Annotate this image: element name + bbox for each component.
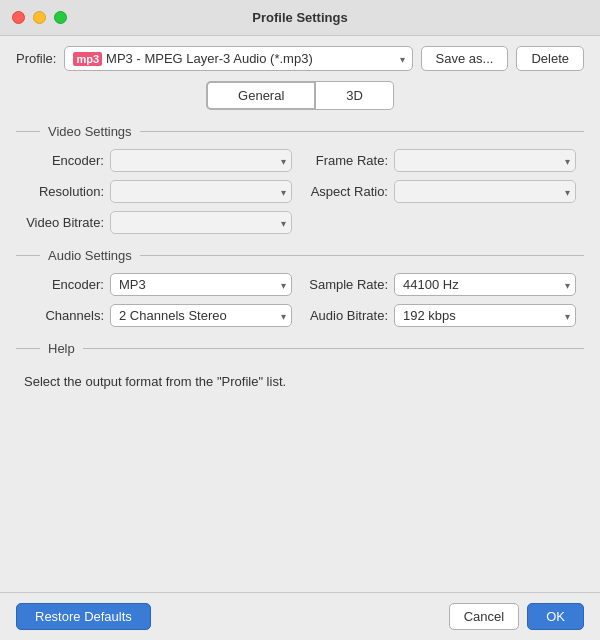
delete-button[interactable]: Delete xyxy=(516,46,584,71)
sample-rate-label: Sample Rate: xyxy=(308,277,388,292)
audio-encoder-select[interactable]: MP3 xyxy=(110,273,292,296)
aspect-ratio-label: Aspect Ratio: xyxy=(308,184,388,199)
bottom-right-buttons: Cancel OK xyxy=(449,603,584,630)
audio-encoder-select-wrap: MP3 ▾ xyxy=(110,273,292,296)
video-bitrate-select-wrap: ▾ xyxy=(110,211,292,234)
profile-row: Profile: mp3 MP3 - MPEG Layer-3 Audio (*… xyxy=(16,46,584,71)
mp3-badge: mp3 xyxy=(73,52,102,66)
audio-fields-grid: Encoder: MP3 ▾ Sample Rate: 44100 Hz ▾ xyxy=(16,273,584,327)
help-header: Help xyxy=(16,341,584,356)
tab-row: General 3D xyxy=(16,81,584,110)
audio-bitrate-select-wrap: 192 kbps ▾ xyxy=(394,304,576,327)
profile-dropdown[interactable]: mp3 MP3 - MPEG Layer-3 Audio (*.mp3) xyxy=(64,46,412,71)
audio-encoder-label: Encoder: xyxy=(24,277,104,292)
aspect-ratio-select-wrap: ▾ xyxy=(394,180,576,203)
spacer xyxy=(16,408,584,583)
window-title: Profile Settings xyxy=(252,10,347,25)
video-settings-header: Video Settings xyxy=(16,124,584,139)
channels-field: Channels: 2 Channels Stereo ▾ xyxy=(24,304,292,327)
window-controls xyxy=(12,11,67,24)
sample-rate-select[interactable]: 44100 Hz xyxy=(394,273,576,296)
resolution-field: Resolution: ▾ xyxy=(24,180,292,203)
audio-settings-header: Audio Settings xyxy=(16,248,584,263)
video-bitrate-field: Video Bitrate: ▾ xyxy=(24,211,292,234)
cancel-button[interactable]: Cancel xyxy=(449,603,519,630)
tab-general[interactable]: General xyxy=(206,81,316,110)
profile-select-wrapper: mp3 MP3 - MPEG Layer-3 Audio (*.mp3) ▾ xyxy=(64,46,412,71)
resolution-label: Resolution: xyxy=(24,184,104,199)
video-encoder-select-wrap: ▾ xyxy=(110,149,292,172)
resolution-select-wrap: ▾ xyxy=(110,180,292,203)
help-text: Select the output format from the "Profi… xyxy=(16,366,584,398)
aspect-ratio-field: Aspect Ratio: ▾ xyxy=(308,180,576,203)
profile-selected-value: MP3 - MPEG Layer-3 Audio (*.mp3) xyxy=(106,51,313,66)
profile-label: Profile: xyxy=(16,51,56,66)
bottom-bar: Restore Defaults Cancel OK xyxy=(0,592,600,640)
video-encoder-select[interactable] xyxy=(110,149,292,172)
maximize-button[interactable] xyxy=(54,11,67,24)
audio-bitrate-select[interactable]: 192 kbps xyxy=(394,304,576,327)
audio-bitrate-field: Audio Bitrate: 192 kbps ▾ xyxy=(308,304,576,327)
audio-bitrate-label: Audio Bitrate: xyxy=(308,308,388,323)
save-as-button[interactable]: Save as... xyxy=(421,46,509,71)
close-button[interactable] xyxy=(12,11,25,24)
channels-label: Channels: xyxy=(24,308,104,323)
sample-rate-field: Sample Rate: 44100 Hz ▾ xyxy=(308,273,576,296)
frame-rate-label: Frame Rate: xyxy=(308,153,388,168)
frame-rate-field: Frame Rate: ▾ xyxy=(308,149,576,172)
ok-button[interactable]: OK xyxy=(527,603,584,630)
tab-3d[interactable]: 3D xyxy=(316,81,394,110)
title-bar: Profile Settings xyxy=(0,0,600,36)
video-bitrate-label: Video Bitrate: xyxy=(24,215,104,230)
channels-select-wrap: 2 Channels Stereo ▾ xyxy=(110,304,292,327)
audio-encoder-field: Encoder: MP3 ▾ xyxy=(24,273,292,296)
video-encoder-field: Encoder: ▾ xyxy=(24,149,292,172)
video-settings-title: Video Settings xyxy=(48,124,132,139)
frame-rate-select[interactable] xyxy=(394,149,576,172)
minimize-button[interactable] xyxy=(33,11,46,24)
audio-settings-section: Audio Settings Encoder: MP3 ▾ Sample Rat… xyxy=(16,248,584,327)
help-section: Help Select the output format from the "… xyxy=(16,341,584,398)
video-bitrate-select[interactable] xyxy=(110,211,292,234)
audio-settings-title: Audio Settings xyxy=(48,248,132,263)
resolution-select[interactable] xyxy=(110,180,292,203)
channels-select[interactable]: 2 Channels Stereo xyxy=(110,304,292,327)
video-fields-grid: Encoder: ▾ Frame Rate: ▾ xyxy=(16,149,584,234)
frame-rate-select-wrap: ▾ xyxy=(394,149,576,172)
aspect-ratio-select[interactable] xyxy=(394,180,576,203)
help-title: Help xyxy=(48,341,75,356)
restore-defaults-button[interactable]: Restore Defaults xyxy=(16,603,151,630)
video-settings-section: Video Settings Encoder: ▾ Frame Rate: xyxy=(16,124,584,234)
main-content: Profile: mp3 MP3 - MPEG Layer-3 Audio (*… xyxy=(0,36,600,592)
sample-rate-select-wrap: 44100 Hz ▾ xyxy=(394,273,576,296)
video-encoder-label: Encoder: xyxy=(24,153,104,168)
